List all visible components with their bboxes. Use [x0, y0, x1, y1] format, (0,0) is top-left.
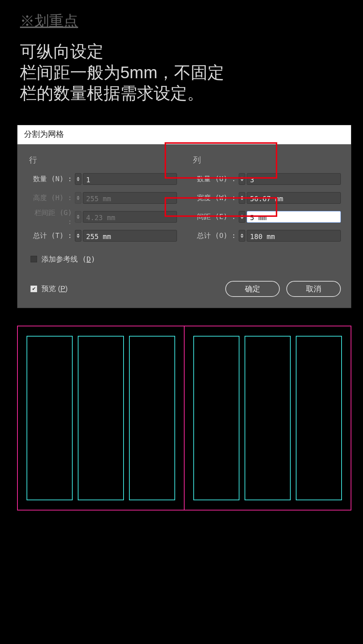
- preview-spread: [17, 326, 351, 510]
- columns-section-title: 列: [191, 155, 341, 166]
- cols-total-label: 总计 (O) :: [191, 231, 239, 240]
- rows-count-label: 数量 (N) :: [28, 174, 75, 184]
- key-point-heading: ※划重点: [0, 0, 363, 35]
- cols-gap-input[interactable]: 5 mm: [247, 211, 341, 223]
- preview-checkbox[interactable]: [31, 286, 37, 292]
- rows-gutter-spinner: [75, 211, 81, 223]
- dialog-body: 行 数量 (N) : 1 高度 (H) : 255 mm 栏间距 (G) : 4…: [17, 144, 351, 281]
- rows-height-input: 255 mm: [83, 192, 177, 204]
- cols-width-label: 宽度 (W) :: [191, 193, 239, 203]
- rows-section: 行 数量 (N) : 1 高度 (H) : 255 mm 栏间距 (G) : 4…: [28, 155, 177, 248]
- cols-total-input[interactable]: 180 mm: [247, 230, 341, 242]
- preview-column: [78, 336, 124, 500]
- add-guides-option[interactable]: 添加参考线 (D): [31, 254, 341, 264]
- cols-width-input[interactable]: 56.67 mm: [247, 192, 341, 204]
- cols-count-input[interactable]: 3: [247, 173, 341, 185]
- add-guides-checkbox[interactable]: [31, 256, 37, 262]
- preview-page-left: [17, 326, 185, 510]
- add-guides-label: 添加参考线 (D): [41, 254, 95, 264]
- cols-gap-spinner[interactable]: [239, 211, 245, 223]
- preview-column: [129, 336, 175, 500]
- dialog-title: 分割为网格: [17, 125, 351, 144]
- preview-column: [27, 336, 73, 500]
- rows-section-title: 行: [28, 155, 177, 166]
- rows-count-input[interactable]: 1: [83, 173, 177, 185]
- preview-column: [193, 336, 239, 500]
- rows-total-label: 总计 (T) :: [28, 231, 75, 240]
- rows-gutter-input: 4.23 mm: [83, 211, 177, 223]
- preview-column: [296, 336, 342, 500]
- rows-total-input[interactable]: 255 mm: [83, 230, 177, 242]
- preview-page-right: [185, 326, 351, 510]
- cols-total-spinner[interactable]: [239, 230, 245, 242]
- columns-section: 列 数量 (U) : 3 宽度 (W) : 56.67 mm 间距 (E) : …: [191, 155, 341, 248]
- ok-button[interactable]: 确定: [225, 281, 280, 297]
- cols-count-spinner[interactable]: [239, 173, 245, 185]
- explain-line-2: 栏间距一般为5mm，不固定: [20, 63, 224, 82]
- cols-count-label: 数量 (U) :: [191, 174, 239, 184]
- cols-gap-label: 间距 (E) :: [191, 212, 239, 222]
- split-to-grid-dialog: 分割为网格 行 数量 (N) : 1 高度 (H) : 255 mm 栏间距 (…: [17, 125, 351, 308]
- rows-total-spinner[interactable]: [75, 230, 81, 242]
- cols-width-spinner[interactable]: [239, 192, 245, 204]
- rows-height-spinner: [75, 192, 81, 204]
- rows-count-spinner[interactable]: [75, 173, 81, 185]
- explanation-text: 可纵向设定 栏间距一般为5mm，不固定 栏的数量根据需求设定。: [0, 35, 363, 112]
- explain-line-1: 可纵向设定: [20, 42, 104, 61]
- explain-line-3: 栏的数量根据需求设定。: [20, 84, 204, 103]
- rows-height-label: 高度 (H) :: [28, 193, 75, 203]
- preview-label: 预览 (P): [41, 284, 68, 294]
- rows-gutter-label: 栏间距 (G) :: [28, 208, 75, 226]
- preview-column: [245, 336, 291, 500]
- cancel-button[interactable]: 取消: [286, 281, 341, 297]
